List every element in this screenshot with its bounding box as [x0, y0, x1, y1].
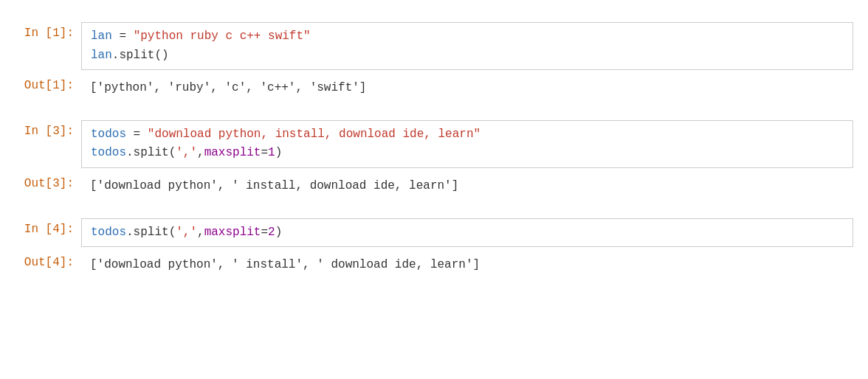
- cell-3-input-label: In [3]:: [15, 120, 81, 138]
- output-text: ['download python', ' install, download …: [90, 179, 458, 192]
- variable-name: todos: [91, 226, 126, 239]
- cell-1-input[interactable]: lan = "python ruby c c++ swift" lan.spli…: [81, 22, 853, 70]
- string-literal: ',': [176, 226, 197, 239]
- cell-3-input[interactable]: todos = "download python, install, downl…: [81, 120, 853, 168]
- cell-1-output-label: Out[1]:: [15, 74, 81, 92]
- number-literal: 2: [268, 226, 275, 239]
- code-line: todos.split(',',maxsplit=2): [91, 223, 844, 243]
- string-literal: "download python, install, download ide,…: [148, 128, 480, 141]
- spacer: [15, 205, 853, 218]
- cell-4-input[interactable]: todos.split(',',maxsplit=2): [81, 218, 853, 248]
- cell-4-output-row: Out[4]: ['download python', ' install', …: [15, 251, 853, 279]
- cell-4-output: ['download python', ' install', ' downlo…: [81, 251, 853, 279]
- cell-1-input-label: In [1]:: [15, 22, 81, 40]
- cell-3-output: ['download python', ' install, download …: [81, 173, 853, 201]
- code-line: lan.split(): [91, 46, 844, 66]
- string-literal: ',': [176, 146, 197, 159]
- cell-4-output-label: Out[4]:: [15, 251, 81, 269]
- cell-1-output: ['python', 'ruby', 'c', 'c++', 'swift']: [81, 74, 853, 102]
- code-line: todos.split(',',maxsplit=1): [91, 144, 844, 163]
- cell-3-output-row: Out[3]: ['download python', ' install, d…: [15, 173, 853, 201]
- code-line: todos = "download python, install, downl…: [91, 125, 844, 145]
- variable-name: todos: [91, 146, 126, 159]
- variable-name: todos: [91, 128, 126, 141]
- cell-3-output-label: Out[3]:: [15, 173, 81, 190]
- notebook: In [1]: lan = "python ruby c c++ swift" …: [0, 15, 868, 291]
- code-line: lan = "python ruby c c++ swift": [91, 27, 844, 46]
- spacer: [15, 107, 853, 120]
- cell-3-input-row: In [3]: todos = "download python, instal…: [15, 120, 853, 168]
- variable-name: lan: [91, 49, 112, 62]
- cell-1-input-row: In [1]: lan = "python ruby c c++ swift" …: [15, 22, 853, 70]
- keyword-param: maxsplit: [204, 146, 261, 159]
- cell-4-input-row: In [4]: todos.split(',',maxsplit=2): [15, 218, 853, 248]
- keyword-param: maxsplit: [204, 226, 261, 239]
- cell-1-output-row: Out[1]: ['python', 'ruby', 'c', 'c++', '…: [15, 74, 853, 102]
- number-literal: 1: [268, 146, 275, 159]
- cell-4-input-label: In [4]:: [15, 218, 81, 236]
- output-text: ['python', 'ruby', 'c', 'c++', 'swift']: [90, 81, 366, 94]
- output-text: ['download python', ' install', ' downlo…: [90, 258, 480, 271]
- variable-name: lan: [91, 29, 112, 43]
- string-literal: "python ruby c c++ swift": [134, 29, 311, 43]
